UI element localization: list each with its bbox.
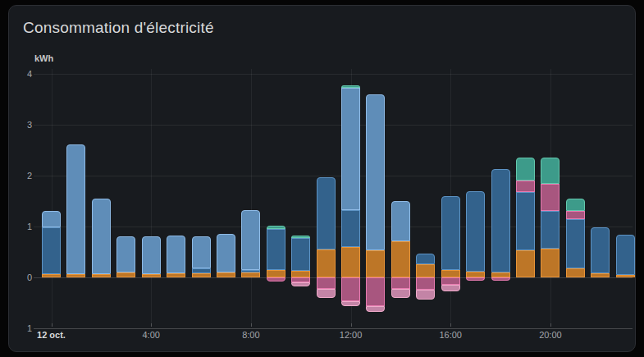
- bar-segment-orange[interactable]: [366, 250, 385, 277]
- bar-segment-blue_dark[interactable]: [491, 169, 510, 272]
- bar-segment-orange[interactable]: [491, 272, 510, 277]
- bar-segment-blue_dark[interactable]: [341, 210, 360, 248]
- bar-segment-rose[interactable]: [441, 277, 460, 285]
- bar-segment-blue_dark[interactable]: [466, 191, 485, 272]
- bar-segment-rose[interactable]: [566, 211, 585, 218]
- bar-segment-blue_dark[interactable]: [317, 177, 336, 249]
- x-axis-tick-label: 12 oct.: [37, 330, 66, 340]
- x-axis-tick: [450, 323, 451, 327]
- bar-segment-blue_light[interactable]: [42, 211, 61, 227]
- bar-segment-blue_dark[interactable]: [267, 229, 285, 270]
- bar-segment-orange[interactable]: [92, 274, 111, 277]
- bar-segment-rose[interactable]: [267, 277, 285, 281]
- bar-segment-orange[interactable]: [616, 275, 635, 277]
- bar-segment-blue_dark[interactable]: [42, 227, 61, 274]
- y-axis-tick-label: 1: [7, 323, 32, 333]
- bar-segment-orange[interactable]: [416, 264, 435, 277]
- bar-segment-teal[interactable]: [341, 85, 360, 87]
- bar-segment-blue_dark[interactable]: [192, 268, 211, 273]
- x-axis-tick: [151, 323, 152, 327]
- bar-segment-orange[interactable]: [192, 273, 211, 277]
- bar-segment-blue_dark[interactable]: [591, 227, 610, 273]
- bar-segment-rose[interactable]: [341, 277, 360, 301]
- bar-segment-orange[interactable]: [591, 273, 610, 277]
- bar-segment-rose[interactable]: [416, 277, 435, 290]
- bar-segment-orange[interactable]: [241, 272, 260, 277]
- bar-segment-rose_light[interactable]: [391, 289, 410, 298]
- bar-segment-rose[interactable]: [466, 277, 485, 281]
- bar-segment-blue_light[interactable]: [92, 199, 111, 274]
- bar-segment-orange[interactable]: [341, 247, 360, 277]
- bar-segment-blue_light[interactable]: [167, 236, 185, 273]
- bar-segment-teal[interactable]: [566, 199, 585, 212]
- x-axis-tick: [52, 323, 53, 327]
- bar-segment-rose_light[interactable]: [366, 306, 385, 312]
- y-gridline: [34, 74, 633, 75]
- y-axis-unit-label: kWh: [34, 53, 53, 63]
- bar-segment-rose[interactable]: [317, 277, 336, 289]
- bar-segment-blue_light[interactable]: [142, 236, 161, 273]
- x-gridline: [251, 69, 252, 323]
- y-axis-tick-label: 4: [7, 69, 32, 79]
- bar-segment-rose_light[interactable]: [291, 282, 310, 286]
- y-axis-tick-label: 1: [7, 222, 32, 231]
- panel-title[interactable]: Consommation d'électricité: [23, 19, 214, 37]
- bar-segment-teal[interactable]: [267, 226, 285, 229]
- bar-segment-rose_light[interactable]: [441, 285, 460, 291]
- bar-segment-orange[interactable]: [66, 274, 85, 277]
- x-axis-tick: [251, 323, 252, 327]
- bar-segment-blue_light[interactable]: [341, 88, 360, 210]
- bar-segment-blue_light[interactable]: [366, 94, 385, 249]
- x-axis-tick-label: 12:00: [340, 330, 363, 340]
- bar-segment-blue_dark[interactable]: [291, 238, 310, 271]
- bar-segment-rose_light[interactable]: [317, 289, 336, 298]
- bar-segment-blue_dark[interactable]: [566, 219, 585, 268]
- x-gridline: [52, 69, 53, 323]
- grafana-panel: Consommation d'électricité kWh 43210112 …: [8, 5, 636, 352]
- bar-segment-orange[interactable]: [142, 274, 161, 277]
- bar-segment-orange[interactable]: [391, 241, 410, 277]
- bar-segment-rose_light[interactable]: [341, 301, 360, 307]
- bar-segment-orange[interactable]: [291, 271, 310, 277]
- x-axis-line: [34, 328, 633, 329]
- bar-segment-orange[interactable]: [317, 249, 336, 277]
- bar-segment-orange[interactable]: [167, 273, 185, 277]
- chart-plot-area[interactable]: 43210112 oct.4:008:0012:0016:0020:00: [34, 69, 633, 323]
- bar-segment-rose[interactable]: [491, 277, 510, 281]
- bar-segment-rose[interactable]: [541, 184, 560, 211]
- bar-segment-orange[interactable]: [566, 268, 585, 277]
- x-gridline: [151, 69, 152, 323]
- bar-segment-blue_light[interactable]: [66, 144, 85, 275]
- bar-segment-blue_dark[interactable]: [541, 211, 560, 249]
- bar-segment-teal[interactable]: [291, 236, 310, 238]
- bar-segment-teal[interactable]: [541, 158, 560, 184]
- bar-segment-rose[interactable]: [391, 277, 410, 289]
- bar-segment-orange[interactable]: [217, 272, 235, 277]
- bar-segment-blue_light[interactable]: [116, 236, 135, 272]
- bar-segment-orange[interactable]: [441, 270, 460, 277]
- bar-segment-orange[interactable]: [516, 250, 535, 277]
- bar-segment-blue_dark[interactable]: [441, 196, 460, 270]
- bar-segment-blue_dark[interactable]: [516, 192, 535, 249]
- bar-segment-rose[interactable]: [516, 181, 535, 192]
- bar-segment-rose[interactable]: [366, 277, 385, 306]
- bar-segment-blue_dark[interactable]: [616, 235, 635, 275]
- x-axis-tick-label: 4:00: [142, 330, 159, 340]
- x-axis-tick: [550, 323, 551, 327]
- bar-segment-orange[interactable]: [466, 272, 485, 277]
- bar-segment-blue_light[interactable]: [391, 201, 410, 241]
- bar-segment-orange[interactable]: [541, 249, 560, 277]
- bar-segment-orange[interactable]: [267, 270, 285, 277]
- bar-segment-teal[interactable]: [516, 158, 535, 181]
- bar-segment-blue_light[interactable]: [217, 234, 235, 272]
- y-axis-tick-label: 3: [7, 120, 32, 130]
- bar-segment-blue_light[interactable]: [241, 210, 260, 271]
- x-axis-tick-label: 8:00: [242, 330, 259, 340]
- bar-segment-blue_dark[interactable]: [241, 270, 260, 272]
- bar-segment-rose_light[interactable]: [416, 290, 435, 300]
- bar-segment-blue_dark[interactable]: [416, 254, 435, 264]
- bar-segment-blue_light[interactable]: [192, 236, 211, 268]
- bar-segment-orange[interactable]: [42, 274, 61, 277]
- x-axis-tick-label: 16:00: [439, 330, 462, 340]
- bar-segment-orange[interactable]: [116, 272, 135, 277]
